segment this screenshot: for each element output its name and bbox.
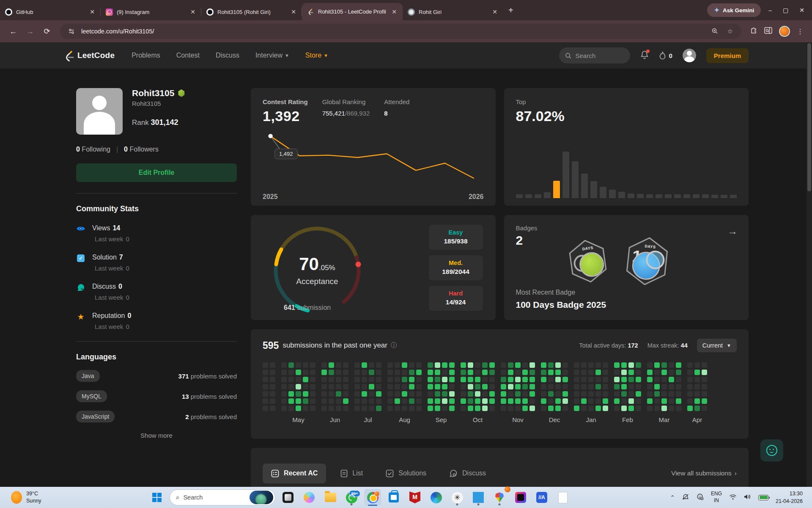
heatmap-cell [621,406,627,411]
reload-button[interactable]: ⟳ [40,24,54,39]
tab-github[interactable]: GitHub ✕ [0,3,101,20]
emoji-accessibility-icon[interactable] [697,493,704,502]
volume-icon[interactable] [744,494,751,501]
nav-discuss[interactable]: Discuss [216,52,239,59]
heatmap-cell [475,377,480,382]
window-minimize-button[interactable]: – [768,7,772,14]
ask-gemini-button[interactable]: ✦ Ask Gemini [707,3,761,17]
heatmap-cell [387,377,393,382]
badge-100-days-icon[interactable]: DAYS 1 [622,235,672,288]
taskbar-weather-widget[interactable]: 39°C Sunny [11,490,74,505]
tab-recent-ac[interactable]: Recent AC [263,464,326,483]
start-button[interactable] [148,489,165,506]
taskbar-search[interactable]: ⌕ Search [170,489,275,505]
followers-count[interactable]: 0 Followers [124,146,159,153]
browser-menu-icon[interactable]: ⋮ [797,28,804,36]
tab-list[interactable]: List [332,464,371,483]
taskbar-mcafee[interactable] [406,489,423,506]
range-selector-dropdown[interactable]: Current▼ [697,339,737,352]
help-chat-button[interactable] [760,439,783,461]
browser-profile-avatar[interactable] [779,26,790,37]
tab-instagram[interactable]: (9) Instagram ✕ [101,3,201,20]
following-count[interactable]: 0 Following [76,146,110,153]
battery-icon[interactable] [758,495,768,500]
taskbar-notepad[interactable] [554,489,571,506]
medium-solved-box[interactable]: Med. 189/2044 [429,255,483,280]
window-maximize-button[interactable]: ▢ [783,7,788,14]
hard-solved-box[interactable]: Hard 14/924 [429,286,483,311]
zoom-page-icon[interactable] [709,28,721,36]
page-scrollbar[interactable] [807,42,812,487]
premium-button[interactable]: Premium [706,48,749,63]
window-close-button[interactable]: ✕ [799,7,804,14]
nav-contest[interactable]: Contest [176,52,200,59]
tab-discuss[interactable]: Discuss [441,464,494,483]
tab-close-icon[interactable]: ✕ [88,8,96,15]
notifications-bell-icon[interactable] [640,50,649,61]
site-info-icon[interactable] [66,27,77,36]
address-bar[interactable]: leetcode.com/u/Rohit3105/ ☆ [60,24,741,39]
back-button[interactable]: ← [6,24,20,39]
tray-chevron-icon[interactable]: ⌃ [670,494,675,501]
wifi-icon[interactable] [729,494,737,501]
stat-views: Views14 Last week0 [76,224,237,243]
taskbar-photos[interactable] [280,489,296,506]
taskbar-copilot[interactable] [301,489,318,506]
show-more-button[interactable]: Show more [76,432,237,439]
taskbar-app-blue[interactable]: //A [533,489,550,506]
tab-close-icon[interactable]: ✕ [390,8,398,15]
nav-store[interactable]: Store▼ [305,52,328,59]
edit-profile-button[interactable]: Edit Profile [76,163,237,182]
taskbar-maps[interactable] [491,489,508,506]
taskbar-edge[interactable] [428,489,444,506]
scrollbar-thumb[interactable] [807,43,811,191]
side-search-panel-icon[interactable] [764,27,772,36]
badges-arrow-icon[interactable]: → [727,225,738,237]
heatmap-cell [263,391,268,397]
taskbar-intellij[interactable] [512,489,529,506]
tab-close-icon[interactable]: ✕ [491,8,499,15]
easy-solved-box[interactable]: Easy 185/938 [429,225,483,250]
discuss-chat-icon [76,283,85,301]
view-all-submissions-link[interactable]: View all submissions› [671,469,737,477]
tab-close-icon[interactable]: ✕ [189,8,197,15]
extensions-icon[interactable] [750,27,757,36]
tab-leetcode-profile-active[interactable]: Rohit3105 - LeetCode Profile ✕ [302,3,403,20]
site-search-input[interactable]: Search [559,47,630,64]
submission-heatmap[interactable]: MayJunJulAugSepOctNovDecJanFebMarApr [263,362,737,423]
taskbar-chrome-active[interactable] [364,489,381,506]
taskbar-vscode[interactable] [470,489,487,506]
heatmap-cell [508,362,513,368]
tab-rohit-giri[interactable]: Rohit Giri ✕ [403,3,503,20]
bookmark-star-icon[interactable]: ☆ [725,28,735,35]
tab-github-profile[interactable]: Rohit3105 (Rohit Giri) ✕ [201,3,302,20]
heatmap-cell [628,370,634,375]
heatmap-cell [296,377,301,382]
heatmap-cell [574,398,579,404]
nav-interview[interactable]: Interview▼ [255,52,289,59]
heatmap-cell [508,370,513,375]
taskbar-chatgpt[interactable] [449,489,466,506]
tab-solutions[interactable]: Solutions [377,464,435,483]
language-indicator[interactable]: ENG IN [711,491,722,504]
user-avatar[interactable] [683,49,696,62]
heatmap-cell [461,384,466,389]
taskbar-microsoft-store[interactable] [385,489,402,506]
daily-streak[interactable]: 0 [659,51,672,60]
new-tab-button[interactable]: + [503,3,518,18]
url-text[interactable]: leetcode.com/u/Rohit3105/ [81,28,705,35]
taskbar-whatsapp[interactable]: 99+ [343,489,360,506]
taskbar-file-explorer[interactable] [322,489,339,506]
nav-problems[interactable]: Problems [132,52,160,59]
taskbar-clock[interactable]: 13:30 21-04-2026 [776,490,803,505]
leetcode-logo[interactable]: LeetCode [63,50,115,61]
forward-button[interactable]: → [23,24,37,39]
heatmap-cell [461,362,466,368]
contest-rating-chart[interactable]: 1,492 [263,130,484,185]
info-icon[interactable]: ⓘ [391,342,397,349]
do-not-disturb-icon[interactable] [682,494,689,502]
heatmap-cell [541,406,546,411]
badge-50-days-icon[interactable]: DAYS [565,237,611,285]
rating-histogram[interactable] [516,151,737,198]
tab-close-icon[interactable]: ✕ [289,8,298,15]
